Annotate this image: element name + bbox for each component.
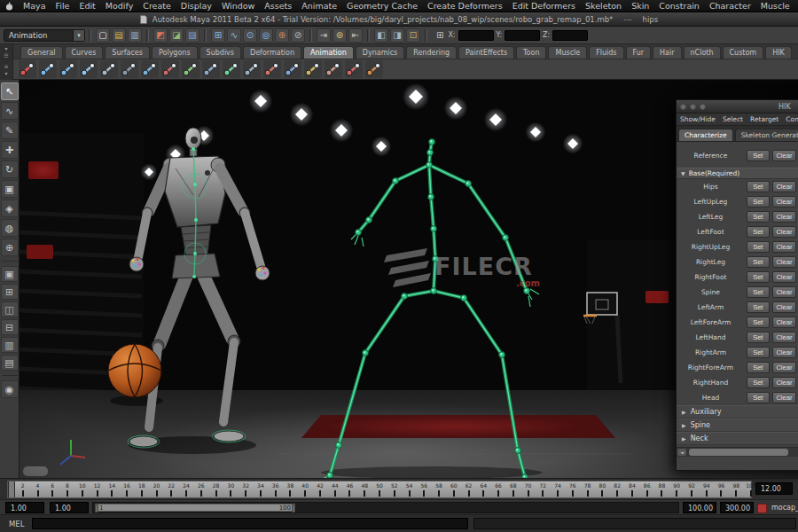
- shelf-tab-fur[interactable]: Fur: [626, 46, 652, 59]
- snap-point-icon[interactable]: ⊙: [243, 28, 257, 43]
- menu-modify[interactable]: Modify: [106, 1, 133, 11]
- shelf-walk-cycle-icon[interactable]: [121, 60, 138, 78]
- section-spine[interactable]: ▶Spine: [677, 419, 798, 432]
- shelf-motion-trail-icon[interactable]: [365, 60, 383, 78]
- character-set-value[interactable]: mocap_: [771, 504, 798, 512]
- shelf-joint-tool-icon[interactable]: [39, 60, 57, 78]
- playback-start-field[interactable]: 1.00: [50, 502, 89, 513]
- shelf-tab-subdivs[interactable]: Subdivs: [200, 46, 241, 59]
- leftupleg-clear-button[interactable]: Clear: [772, 196, 797, 207]
- shelf-connect-joint-icon[interactable]: [263, 60, 281, 78]
- layout-hypergraph-icon[interactable]: ▤: [1, 355, 19, 371]
- snap-view-plane-icon[interactable]: ◎: [259, 28, 273, 43]
- playback-end-field[interactable]: 100.00: [683, 502, 716, 513]
- shelf-tab-animation[interactable]: Animation: [303, 46, 354, 59]
- input-box-mode-icon[interactable]: ⊞: [436, 30, 443, 40]
- chevron-down-icon[interactable]: ▾: [73, 30, 84, 41]
- animation-end-field[interactable]: 300.00: [720, 502, 754, 513]
- shelf-tab-polygons[interactable]: Polygons: [152, 46, 198, 59]
- current-time-field[interactable]: 12.00: [755, 482, 793, 495]
- leftleg-clear-button[interactable]: Clear: [772, 211, 797, 223]
- rightarm-clear-button[interactable]: Clear: [772, 347, 797, 358]
- close-button[interactable]: [680, 104, 686, 110]
- shelf-rebuild-icon[interactable]: [284, 60, 301, 78]
- menu-window[interactable]: Window: [222, 1, 254, 11]
- construction-history-icon[interactable]: ⊛: [332, 28, 347, 43]
- menu-character[interactable]: Character: [709, 1, 751, 11]
- hik-menu-show-hide[interactable]: Show/Hide: [680, 115, 716, 123]
- righthand-set-button[interactable]: Set: [747, 377, 770, 388]
- mel-label[interactable]: MEL: [9, 520, 24, 528]
- shelf-bone-chain-icon[interactable]: [141, 60, 159, 78]
- snap-curve-icon[interactable]: ∿: [227, 28, 241, 43]
- window-title-bar[interactable]: Autodesk Maya 2011 Beta 2 x64 - Trial Ve…: [0, 12, 798, 27]
- timeline-ruler[interactable]: 2468101214161820222426283032343638404244…: [7, 481, 752, 498]
- range-slider-track[interactable]: 1 100: [92, 502, 679, 513]
- shelf-tab-dynamics[interactable]: Dynamics: [356, 46, 404, 59]
- shelf-pose-icon[interactable]: [19, 60, 36, 78]
- lefthand-clear-button[interactable]: Clear: [772, 332, 797, 343]
- shelf-tab-painteffects[interactable]: PaintEffects: [458, 46, 514, 59]
- shelf-tab-toon[interactable]: Toon: [516, 46, 546, 59]
- menu-maya[interactable]: Maya: [23, 1, 45, 11]
- leftupleg-set-button[interactable]: Set: [747, 196, 770, 207]
- rightupleg-clear-button[interactable]: Clear: [772, 241, 797, 253]
- show-manipulator-icon[interactable]: ⊕: [1, 239, 19, 256]
- leftfoot-clear-button[interactable]: Clear: [772, 226, 797, 238]
- layout-single-pane-icon[interactable]: ▣: [1, 266, 19, 282]
- lefthand-set-button[interactable]: Set: [747, 332, 770, 343]
- rightupleg-set-button[interactable]: Set: [747, 241, 770, 253]
- head-clear-button[interactable]: Clear: [772, 392, 797, 403]
- righthand-clear-button[interactable]: Clear: [772, 377, 797, 388]
- output-connections-icon[interactable]: ⇤: [348, 28, 363, 43]
- render-settings-icon[interactable]: ⊡: [406, 28, 420, 43]
- menu-skeleton[interactable]: Skeleton: [585, 1, 622, 11]
- timeline-playhead[interactable]: [8, 481, 15, 497]
- make-live-icon[interactable]: ⊕: [275, 28, 289, 43]
- axis-input-x-[interactable]: [458, 30, 494, 41]
- shelf-hik-character-icon[interactable]: [345, 60, 363, 78]
- menu-animate[interactable]: Animate: [301, 1, 337, 11]
- animation-start-field[interactable]: 1.00: [5, 502, 44, 513]
- shelf-tab-curves[interactable]: Curves: [65, 46, 104, 59]
- select-hierarchy-icon[interactable]: ◩: [153, 28, 168, 43]
- menu-skin[interactable]: Skin: [631, 1, 649, 11]
- shelf-tab-fluids[interactable]: Fluids: [589, 46, 623, 59]
- select-component-icon[interactable]: ▨: [185, 28, 200, 43]
- shelf-item-widget[interactable]: ≡▾: [0, 59, 13, 80]
- leftarm-set-button[interactable]: Set: [747, 301, 770, 313]
- shelf-constraint-icon[interactable]: [202, 60, 220, 78]
- shelf-set-key-icon[interactable]: [161, 60, 179, 78]
- scale-tool-icon[interactable]: ▣: [1, 180, 19, 198]
- shelf-tab-rendering[interactable]: Rendering: [406, 46, 457, 59]
- hips-clear-button[interactable]: Clear: [772, 181, 797, 192]
- axis-input-y-[interactable]: [505, 30, 540, 41]
- shelf-tab-general[interactable]: General: [20, 46, 63, 59]
- snap-grid-icon[interactable]: ⊞: [211, 28, 225, 43]
- layout-four-pane-icon[interactable]: ⊞: [1, 284, 19, 300]
- section-auxiliary[interactable]: ▶Auxiliary: [677, 405, 798, 419]
- menu-geometry-cache[interactable]: Geometry Cache: [347, 1, 418, 11]
- hik-menu-select[interactable]: Select: [723, 115, 743, 123]
- hik-menu-contr[interactable]: Contr: [786, 115, 798, 123]
- shelf-tab-hair[interactable]: Hair: [653, 46, 681, 59]
- rightfoot-set-button[interactable]: Set: [747, 271, 770, 283]
- lasso-select-tool-icon[interactable]: ∿: [1, 102, 19, 120]
- leftleg-set-button[interactable]: Set: [747, 211, 770, 223]
- rightleg-set-button[interactable]: Set: [747, 256, 770, 268]
- scrollbar-thumb[interactable]: [689, 449, 788, 456]
- menu-edit-deformers[interactable]: Edit Deformers: [512, 1, 575, 11]
- menu-display[interactable]: Display: [181, 1, 212, 11]
- new-scene-icon[interactable]: ▢: [96, 28, 110, 43]
- menu-edit[interactable]: Edit: [79, 1, 95, 11]
- layout-two-stacked-icon[interactable]: ⊟: [1, 319, 19, 335]
- select-tool-icon[interactable]: ↖: [1, 82, 19, 100]
- rightfoot-clear-button[interactable]: Clear: [772, 271, 797, 283]
- menu-assets[interactable]: Assets: [264, 1, 292, 11]
- hik-tab-skeleton-generator[interactable]: Skeleton Generator: [735, 129, 798, 141]
- command-line-input[interactable]: [32, 518, 468, 529]
- hips-set-button[interactable]: Set: [747, 181, 770, 192]
- move-tool-icon[interactable]: ✚: [1, 141, 19, 159]
- layout-two-side-icon[interactable]: ◫: [1, 301, 19, 317]
- paint-select-tool-icon[interactable]: ✎: [1, 121, 19, 139]
